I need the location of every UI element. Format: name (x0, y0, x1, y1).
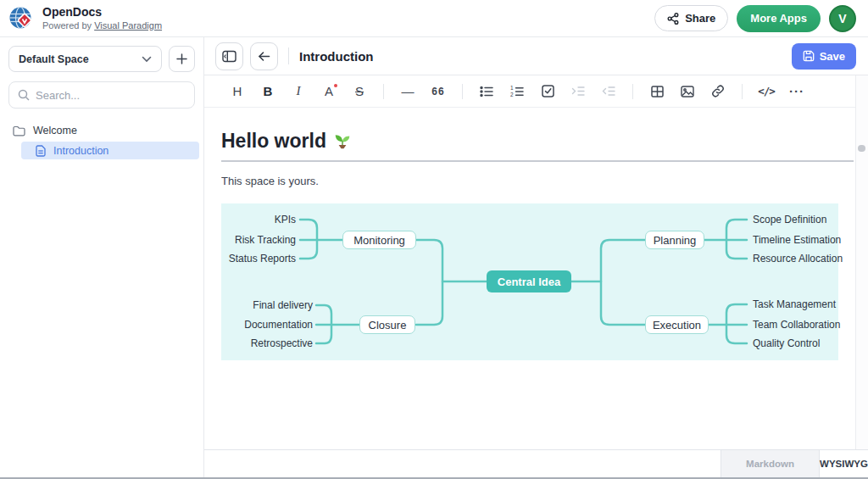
seedling-icon (333, 131, 352, 150)
visual-paradigm-link[interactable]: Visual Paradigm (94, 20, 162, 31)
horizontal-rule-icon: — (402, 84, 415, 98)
back-button[interactable] (250, 42, 278, 70)
editor-topbar: Introduction Save (204, 37, 868, 75)
save-button[interactable]: Save (792, 43, 856, 70)
panel-toggle-icon (222, 50, 236, 63)
text-color-button[interactable]: A (318, 81, 340, 103)
mindmap-leaf-status-reports: Status Reports (229, 253, 296, 265)
mindmap-leaf-final-delivery: Final delivery (253, 299, 313, 311)
search-input[interactable] (36, 89, 186, 102)
heading-button[interactable]: H (226, 81, 248, 103)
mindmap-leaf-team-collaboration: Team Collaboration (753, 319, 840, 331)
format-toolbar: H B I A S — 66 12 (204, 75, 868, 108)
toolbar-divider (742, 84, 743, 99)
app-tagline: Powered by Visual Paradigm (42, 20, 162, 31)
space-selector[interactable]: Default Space (8, 46, 162, 72)
document-area[interactable]: Hello world This space is yours. (204, 108, 868, 449)
app-header: OpenDocs Powered by Visual Paradigm Shar… (0, 0, 868, 37)
share-nodes-icon (667, 13, 679, 25)
plus-icon (176, 53, 187, 64)
search-icon (18, 89, 30, 101)
image-button[interactable] (676, 81, 698, 103)
strikethrough-icon: S (355, 84, 364, 98)
toolbar-divider (632, 84, 633, 99)
mindmap-leaf-kpis: KPIs (275, 214, 296, 226)
bold-button[interactable]: B (257, 81, 279, 103)
link-button[interactable] (707, 81, 729, 103)
quote-button[interactable]: 66 (427, 81, 449, 103)
document-heading: Hello world (221, 128, 854, 153)
tab-wysiwyg[interactable]: WYSIWYG (819, 450, 868, 477)
italic-icon: I (297, 84, 301, 98)
italic-button[interactable]: I (287, 81, 309, 103)
numbered-list-button[interactable]: 12 (506, 81, 528, 103)
heading-icon: H (233, 84, 242, 98)
table-button[interactable] (646, 81, 668, 103)
mindmap-leaf-resource-allocation: Resource Allocation (753, 253, 843, 265)
tab-markdown[interactable]: Markdown (721, 450, 819, 477)
mindmap-leaf-risk-tracking: Risk Tracking (235, 234, 296, 246)
task-list-icon (542, 85, 554, 97)
strikethrough-button[interactable]: S (348, 81, 370, 103)
page-title: Introduction (299, 49, 373, 64)
user-avatar[interactable]: V (829, 5, 856, 32)
app-logo-globe-icon (8, 5, 35, 31)
scrollbar-thumb[interactable] (858, 145, 865, 152)
mindmap-branch-execution: Execution (645, 315, 709, 334)
topbar-divider (288, 47, 289, 64)
indent-icon (571, 86, 585, 97)
more-apps-label: More Apps (750, 12, 807, 25)
mindmap-leaf-quality-control: Quality Control (753, 337, 820, 349)
code-button[interactable]: </> (755, 81, 777, 103)
code-icon: </> (758, 85, 775, 97)
document-paragraph: This space is yours. (221, 175, 868, 187)
more-icon: ··· (789, 84, 804, 98)
horizontal-rule-button[interactable]: — (397, 81, 419, 103)
app-name: OpenDocs (42, 6, 162, 19)
folder-icon (13, 125, 25, 136)
mindmap-branch-planning: Planning (645, 231, 704, 249)
tree-folder-welcome[interactable]: Welcome (0, 120, 203, 141)
arrow-left-icon (258, 51, 270, 62)
heading-rule (221, 160, 854, 162)
brand-block: OpenDocs Powered by Visual Paradigm (42, 6, 162, 30)
table-icon (651, 86, 664, 97)
toolbar-divider (462, 84, 463, 99)
search-box (8, 81, 195, 109)
outdent-button[interactable] (598, 81, 620, 103)
svg-text:1: 1 (510, 86, 514, 91)
scrollbar-track[interactable] (855, 75, 868, 449)
svg-text:2: 2 (510, 92, 514, 97)
document-heading-text: Hello world (221, 128, 326, 153)
tagline-prefix: Powered by (42, 20, 94, 31)
tree-folder-label: Welcome (33, 125, 77, 136)
mindmap-leaf-documentation: Documentation (244, 319, 313, 331)
space-row: Default Space (8, 46, 195, 72)
main-panel: Introduction Save H B I A S — 66 12 (204, 37, 868, 477)
share-button[interactable]: Share (654, 5, 728, 31)
mindmap-leaf-scope-definition: Scope Definition (753, 214, 826, 226)
task-list-button[interactable] (537, 81, 559, 103)
save-label: Save (820, 50, 845, 63)
image-icon (681, 86, 694, 97)
add-space-button[interactable] (169, 46, 195, 72)
quote-icon: 66 (431, 86, 444, 97)
mindmap-central-node: Central Idea (487, 270, 571, 292)
outdent-icon (602, 86, 615, 97)
mindmap-leaf-task-management: Task Management (753, 298, 836, 310)
indent-button[interactable] (567, 81, 589, 103)
chevron-down-icon (142, 56, 152, 63)
mindmap-leaf-timeline-estimation: Timeline Estimation (753, 234, 841, 246)
space-name: Default Space (19, 53, 142, 65)
bullet-list-button[interactable] (476, 81, 498, 103)
more-button[interactable]: ··· (786, 81, 808, 103)
tree-page-introduction[interactable]: Introduction (21, 142, 199, 159)
app-window: OpenDocs Powered by Visual Paradigm Shar… (0, 0, 868, 479)
bold-icon: B (264, 84, 273, 98)
share-label: Share (685, 12, 715, 25)
mindmap-branch-monitoring: Monitoring (342, 231, 416, 249)
mindmap-image[interactable]: Central Idea Monitoring Closure Planning… (221, 203, 838, 360)
more-apps-button[interactable]: More Apps (737, 5, 821, 32)
editor-statusbar: Markdown WYSIWYG (204, 449, 868, 477)
sidebar-toggle-button[interactable] (215, 42, 243, 70)
